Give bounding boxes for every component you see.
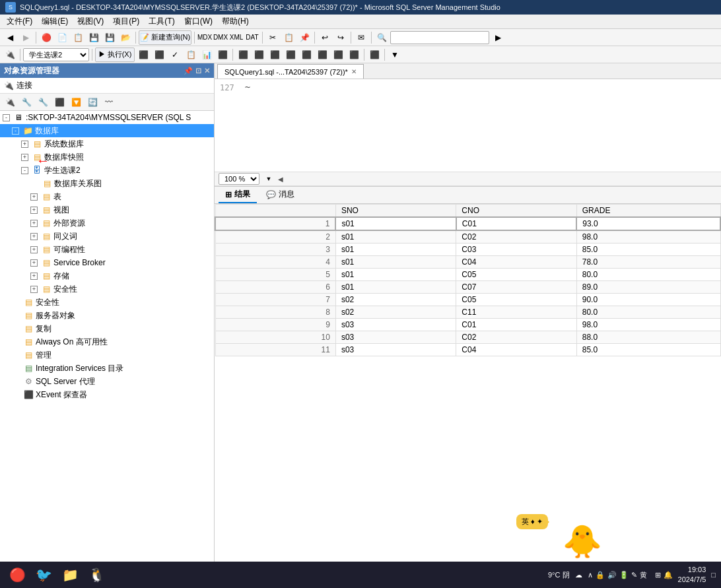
toolbar2-btn16[interactable]: ⬛ — [367, 48, 382, 62]
toolbar-icon-mdx[interactable]: MDX — [197, 30, 212, 45]
oe-connect-btn[interactable]: 🔌 — [3, 95, 17, 110]
db-sec-expand[interactable]: + — [30, 286, 38, 293]
paste-btn[interactable]: 📌 — [297, 30, 312, 45]
menu-file[interactable]: 文件(F) — [3, 15, 36, 28]
service-broker-node[interactable]: + ▤ Service Broker — [0, 256, 214, 269]
external-resources-node[interactable]: + ▤ 外部资源 — [0, 216, 214, 230]
taskbar-item-4[interactable]: 🐧 — [85, 564, 108, 586]
parse-btn[interactable]: ✓ — [168, 48, 182, 62]
toolbar-btn-2[interactable]: 🔴 — [39, 30, 53, 45]
toolbar2-btn7[interactable]: ⬛ — [215, 48, 230, 62]
tray-icon-lock[interactable]: 🔒 — [596, 571, 605, 579]
management-node[interactable]: ▤ 管理 — [0, 348, 214, 362]
menu-view[interactable]: 视图(V) — [73, 15, 108, 28]
results-tab-results[interactable]: ⊞ 结果 — [219, 187, 257, 203]
editor-area[interactable]: 127~ — [215, 79, 721, 172]
prog-expand[interactable]: + — [30, 246, 38, 253]
toolbar2-btn12[interactable]: ⬛ — [299, 48, 314, 62]
zoom-dropdown[interactable]: 100 % — [219, 173, 259, 185]
oe-close-btn[interactable]: ✕ — [204, 67, 210, 75]
sys-db-expand[interactable]: + — [21, 141, 28, 148]
oe-stop-btn[interactable]: ⬛ — [52, 95, 67, 110]
undo-btn[interactable]: ↩ — [318, 30, 332, 45]
security-top-node[interactable]: ▤ 安全性 — [0, 296, 214, 309]
oe-connect-bar[interactable]: 🔌 连接 — [0, 78, 214, 94]
tables-node[interactable]: + ▤ 表 — [0, 190, 214, 203]
toolbar2-btn1[interactable]: 🔌 — [3, 48, 17, 62]
tray-icon-battery[interactable]: 🔋 — [619, 571, 629, 579]
notification-area-btn[interactable]: □ — [711, 571, 716, 579]
execute-btn[interactable]: ▶ 执行(X) — [95, 48, 135, 62]
toolbar2-btn9[interactable]: ⬛ — [252, 48, 266, 62]
server-expand[interactable]: - — [3, 114, 10, 121]
toolbar-icon-xml[interactable]: XML — [229, 30, 244, 45]
editor-tab[interactable]: SQLQuery1.sql -...TA204\25397 (72))* ✕ — [217, 64, 364, 79]
database-dropdown[interactable]: 学生选课2 — [23, 48, 89, 61]
db-security-node[interactable]: + ▤ 安全性 — [0, 282, 214, 296]
zoom-dropdown-arrow[interactable]: ▼ — [263, 172, 274, 186]
programmability-node[interactable]: + ▤ 可编程性 — [0, 243, 214, 256]
ext-res-expand[interactable]: + — [30, 220, 38, 227]
sb-expand[interactable]: + — [30, 259, 38, 267]
toolbar-btn-6[interactable]: 💾 — [102, 30, 117, 45]
menu-help[interactable]: 帮助(H) — [218, 15, 253, 28]
databases-node[interactable]: - 📁 数据库 — [0, 124, 214, 137]
toolbar2-btn15[interactable]: ⬛ — [347, 48, 361, 62]
oe-refresh-btn[interactable]: 🔄 — [85, 95, 100, 110]
tray-icon-5[interactable]: 黄 — [640, 570, 647, 580]
menu-tools[interactable]: 工具(T) — [145, 15, 178, 28]
menu-project[interactable]: 项目(P) — [109, 15, 143, 28]
toolbar-btn-5[interactable]: 💾 — [86, 30, 101, 45]
toolbar-btn-4[interactable]: 📋 — [71, 30, 85, 45]
toolbar2-btn8[interactable]: ⬛ — [236, 48, 250, 62]
back-btn[interactable]: ◀ — [3, 30, 17, 45]
taskbar-item-2[interactable]: 🐦 — [32, 564, 55, 586]
synonyms-node[interactable]: + ▤ 同义词 — [0, 230, 214, 243]
toolbar-icon-dat[interactable]: DAT — [245, 30, 259, 45]
tray-icon-1[interactable]: ∧ — [588, 571, 593, 579]
xevent-node[interactable]: ⬛ XEvent 探查器 — [0, 388, 214, 401]
toolbar-icon-dmx[interactable]: DMX — [213, 30, 228, 45]
oe-float-btn[interactable]: ⊡ — [195, 67, 201, 75]
storage-expand[interactable]: + — [30, 273, 38, 280]
system-databases-node[interactable]: + ▤ 系统数据库 — [0, 137, 214, 150]
server-objects-node[interactable]: ▤ 服务器对象 — [0, 309, 214, 322]
synonyms-expand[interactable]: + — [30, 233, 38, 240]
editor-tab-close[interactable]: ✕ — [351, 68, 357, 75]
search-go-btn[interactable]: ▶ — [491, 30, 505, 45]
integration-services-node[interactable]: ▤ Integration Services 目录 — [0, 362, 214, 375]
taskbar-item-1[interactable]: 🔴 — [5, 564, 29, 586]
stop-btn[interactable]: ⬛ — [136, 48, 151, 62]
tables-expand[interactable]: + — [30, 193, 38, 201]
redo-btn[interactable]: ↪ — [333, 30, 348, 45]
toolbar2-btn5[interactable]: 📋 — [184, 48, 198, 62]
cut-btn[interactable]: ✂ — [265, 30, 280, 45]
toolbar2-btn11[interactable]: ⬛ — [283, 48, 298, 62]
debug-btn[interactable]: ⬛ — [152, 48, 166, 62]
oe-collapse-btn[interactable]: 〰 — [102, 95, 116, 110]
tray-icon-7[interactable]: 🔔 — [664, 571, 673, 579]
oe-refresh-obj-btn[interactable]: 🔧 — [19, 95, 34, 110]
storage-node[interactable]: + ▤ 存储 — [0, 269, 214, 282]
databases-expand[interactable]: - — [12, 127, 19, 135]
db-diagrams-node[interactable]: ▤ 数据库关系图 — [0, 177, 214, 190]
oe-filter2-btn[interactable]: 🔽 — [69, 95, 83, 110]
db-snapshots-node[interactable]: + ▤ 数据库快照 — [0, 150, 214, 164]
views-expand[interactable]: + — [30, 207, 38, 214]
toolbar2-btn10[interactable]: ⬛ — [267, 48, 282, 62]
new-query-btn[interactable]: 📝 新建查询(N) — [139, 30, 191, 45]
toolbar2-btn6[interactable]: 📊 — [199, 48, 214, 62]
db-snap-expand[interactable]: + — [21, 154, 28, 161]
tray-icon-6[interactable]: ⊞ — [655, 571, 661, 579]
oe-pin-btn[interactable]: 📌 — [184, 67, 193, 75]
oe-filter-btn[interactable]: 🔧 — [36, 95, 50, 110]
toolbar2-btn14[interactable]: ⬛ — [331, 48, 345, 62]
email-btn[interactable]: ✉ — [354, 30, 368, 45]
server-node[interactable]: - 🖥 :SKTOP-34TA204\MYMSSQLSERVER (SQL S — [0, 111, 214, 124]
toolbar-btn-3[interactable]: 📄 — [55, 30, 69, 45]
forward-btn[interactable]: ▶ — [18, 30, 33, 45]
taskbar-item-3[interactable]: 📁 — [58, 564, 82, 586]
scroll-left-btn[interactable]: ◀ — [278, 176, 283, 183]
toolbar-btn-7[interactable]: 📂 — [118, 30, 133, 45]
toolbar2-btn13[interactable]: ⬛ — [315, 48, 329, 62]
